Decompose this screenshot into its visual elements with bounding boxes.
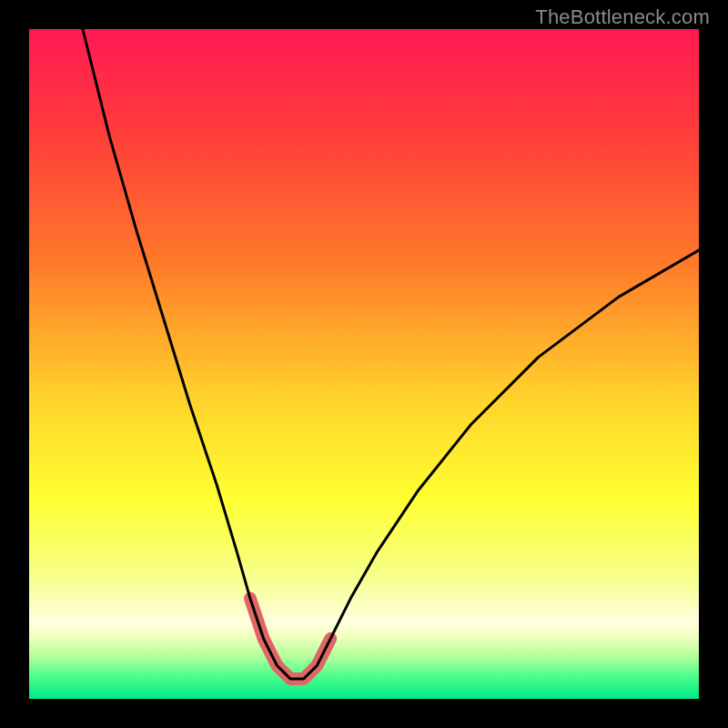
outer-frame: TheBottleneck.com (0, 0, 728, 728)
watermark-text: TheBottleneck.com (535, 5, 710, 29)
curve-layer (29, 29, 699, 699)
plot-area (29, 29, 699, 699)
bottleneck-curve (83, 29, 699, 679)
